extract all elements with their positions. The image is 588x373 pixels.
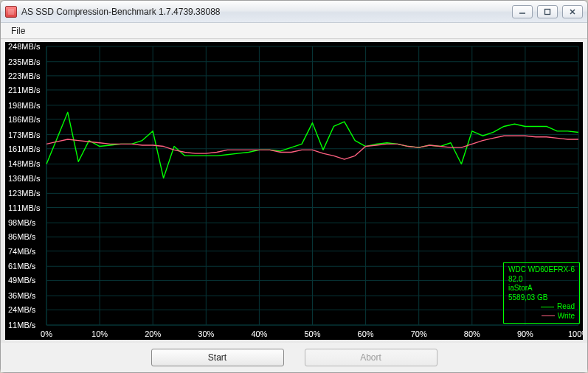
legend-read-row: Read [508, 302, 575, 312]
menu-file[interactable]: File [5, 24, 31, 38]
y-tick-label: 186MB/s [8, 115, 40, 124]
app-window: AS SSD Compression-Benchmark 1.7.4739.38… [0, 0, 588, 373]
y-tick-label: 36MB/s [8, 291, 35, 300]
y-tick-label: 111MB/s [8, 203, 40, 212]
legend-capacity: 5589,03 GB [508, 293, 575, 303]
app-icon [5, 6, 17, 18]
x-tick-label: 40% [251, 330, 267, 338]
chart-area: WDC WD60EFRX-6 82.0 iaStorA 5589,03 GB R… [5, 42, 583, 340]
x-tick-label: 30% [198, 330, 214, 338]
y-tick-label: 173MB/s [8, 130, 40, 139]
y-tick-label: 24MB/s [8, 305, 35, 314]
titlebar[interactable]: AS SSD Compression-Benchmark 1.7.4739.38… [1, 1, 587, 23]
x-tick-label: 60% [358, 330, 374, 338]
y-tick-label: 98MB/s [8, 218, 35, 227]
x-tick-label: 90% [517, 330, 533, 338]
menubar: File [1, 23, 587, 39]
x-tick-label: 70% [411, 330, 427, 338]
x-tick-label: 20% [145, 330, 161, 338]
y-tick-label: 248MB/s [8, 42, 40, 51]
legend-box: WDC WD60EFRX-6 82.0 iaStorA 5589,03 GB R… [503, 262, 580, 324]
x-tick-label: 10% [91, 330, 108, 338]
legend-read-label: Read [557, 302, 575, 312]
close-button[interactable] [562, 5, 583, 18]
y-tick-label: 74MB/s [8, 247, 35, 256]
legend-write-row: Write [508, 312, 575, 321]
y-tick-label: 223MB/s [8, 72, 40, 80]
abort-button[interactable]: Abort [305, 349, 437, 366]
y-tick-label: 148MB/s [8, 159, 40, 168]
window-controls [512, 5, 583, 18]
y-tick-label: 136MB/s [8, 174, 40, 183]
y-tick-label: 198MB/s [8, 101, 40, 110]
minimize-button[interactable] [512, 5, 533, 18]
window-title: AS SSD Compression-Benchmark 1.7.4739.38… [21, 7, 220, 17]
y-tick-label: 211MB/s [8, 86, 40, 94]
maximize-button[interactable] [537, 5, 558, 18]
legend-write-swatch [542, 316, 555, 316]
y-tick-label: 49MB/s [8, 276, 35, 285]
y-tick-label: 235MB/s [8, 57, 40, 66]
y-tick-label: 86MB/s [8, 232, 35, 241]
chart-svg [5, 42, 583, 340]
svg-rect-1 [545, 9, 550, 14]
legend-driver: iaStorA [508, 284, 575, 293]
x-tick-label: 80% [464, 330, 480, 338]
button-row: Start Abort [1, 343, 587, 372]
y-tick-label: 161MB/s [8, 144, 40, 153]
x-tick-label: 50% [304, 330, 320, 338]
y-tick-label: 11MB/s [8, 321, 35, 330]
y-tick-label: 61MB/s [8, 262, 35, 271]
minimize-icon [519, 8, 526, 15]
close-icon [569, 8, 576, 15]
legend-device: WDC WD60EFRX-6 [508, 265, 575, 275]
x-tick-label: 0% [41, 330, 52, 338]
maximize-icon [544, 8, 551, 15]
start-button[interactable]: Start [151, 349, 284, 366]
x-tick-label: 100% [568, 330, 583, 338]
y-tick-label: 123MB/s [8, 189, 40, 198]
legend-read-swatch [541, 307, 554, 307]
legend-write-label: Write [558, 312, 575, 321]
legend-firmware: 82.0 [508, 275, 575, 285]
